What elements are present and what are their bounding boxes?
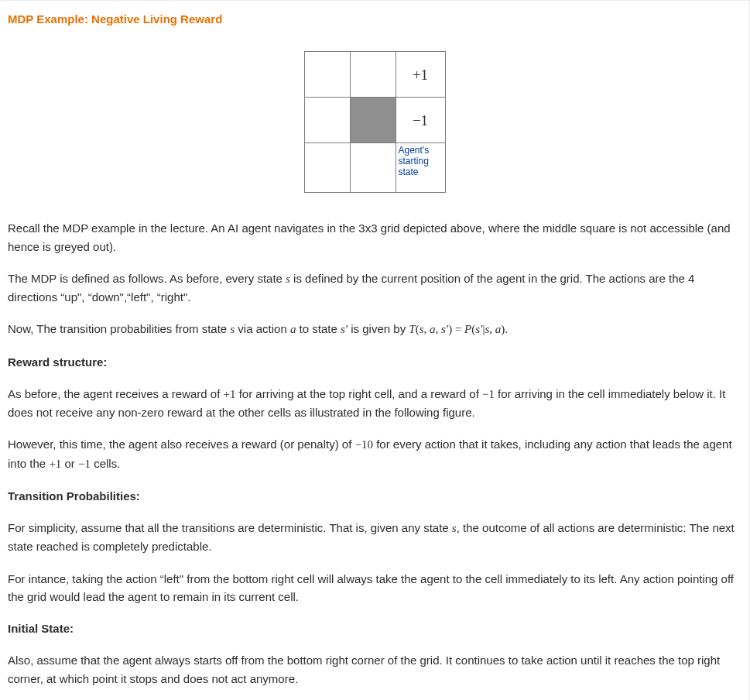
cell-0-2-plus1: +1 — [396, 52, 445, 98]
page-title: MDP Example: Negative Living Reward — [8, 10, 741, 28]
cell-1-0 — [304, 98, 350, 143]
cell-0-0 — [304, 52, 350, 98]
heading-transition: Transition Probabilities: — [8, 487, 741, 505]
paragraph-initial: Also, assume that the agent always start… — [8, 651, 741, 688]
cell-0-1 — [350, 52, 396, 98]
paragraph-intro: Recall the MDP example in the lecture. A… — [8, 219, 741, 256]
cell-1-1-blocked — [350, 98, 396, 143]
heading-reward: Reward structure: — [8, 353, 741, 371]
heading-initial: Initial State: — [8, 619, 741, 637]
cell-2-0 — [304, 143, 350, 193]
cell-2-1 — [350, 143, 396, 193]
cell-1-2-minus1: −1 — [396, 98, 445, 143]
paragraph-transition-2: For intance, taking the action “left" fr… — [8, 570, 741, 606]
paragraph-reward-2: However, this time, the agent also recei… — [8, 435, 741, 473]
paragraph-transition-eq: Now, The transition probabilities from s… — [8, 320, 741, 338]
mdp-grid: +1 −1 Agent's starting state — [304, 51, 446, 193]
cell-2-2-start: Agent's starting state — [396, 143, 445, 193]
paragraph-transition-1: For simplicity, assume that all the tran… — [8, 519, 741, 556]
paragraph-reward-1: As before, the agent receives a reward o… — [8, 385, 741, 422]
paragraph-definition: The MDP is defined as follows. As before… — [8, 269, 741, 307]
grid-figure: +1 −1 Agent's starting state — [8, 51, 741, 193]
